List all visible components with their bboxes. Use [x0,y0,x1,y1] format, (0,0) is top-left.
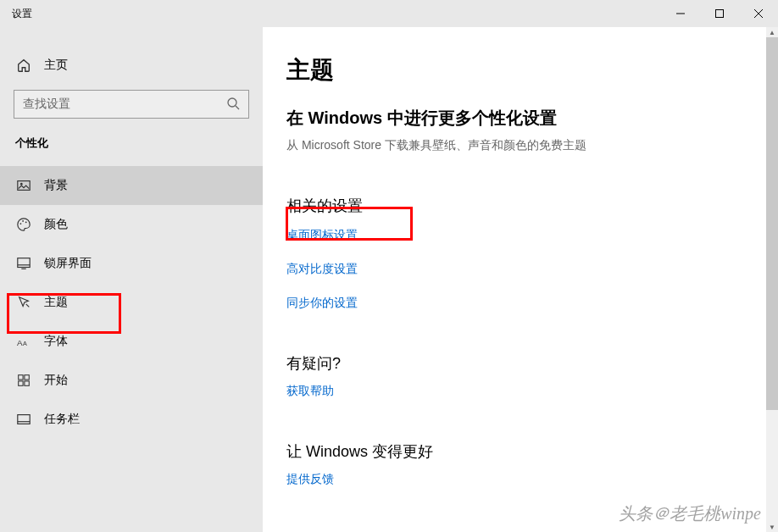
start-icon [15,373,32,388]
search-placeholder: 查找设置 [23,97,226,112]
scrollbar[interactable]: ▲ ▼ [766,27,778,532]
more-settings-title: 在 Windows 中进行更多个性化设置 [286,107,754,130]
search-input[interactable]: 查找设置 [14,90,249,119]
home-label: 主页 [44,58,68,73]
link-give-feedback[interactable]: 提供反馈 [286,472,754,487]
scroll-down-arrow[interactable]: ▼ [766,522,778,532]
sidebar-item-background[interactable]: 背景 [0,166,263,205]
svg-point-10 [25,221,27,223]
sidebar-item-label: 开始 [44,373,68,388]
link-high-contrast-settings[interactable]: 高对比度设置 [286,262,754,277]
home-icon [15,58,32,73]
sidebar: 主页 查找设置 个性化 背景 颜色 锁屏界面 [0,27,263,532]
feedback-label: 让 Windows 变得更好 [286,441,754,462]
svg-text:A: A [23,340,27,347]
svg-point-9 [22,220,24,222]
svg-line-5 [236,106,239,109]
question-label: 有疑问? [286,353,754,374]
background-icon [15,178,32,193]
close-button[interactable] [739,0,778,27]
svg-rect-6 [18,181,30,191]
sidebar-item-label: 任务栏 [44,412,80,427]
svg-rect-20 [18,415,30,424]
window-title: 设置 [12,7,32,21]
sidebar-item-label: 锁屏界面 [44,256,92,271]
related-settings-label: 相关的设置 [286,196,754,216]
page-title: 主题 [286,54,754,86]
svg-rect-18 [19,381,23,385]
svg-point-8 [20,223,22,224]
link-sync-settings[interactable]: 同步你的设置 [286,296,754,311]
sidebar-item-fonts[interactable]: AA 字体 [0,322,263,361]
sidebar-item-colors[interactable]: 颜色 [0,205,263,244]
sidebar-item-themes[interactable]: 主题 [0,283,263,322]
link-get-help[interactable]: 获取帮助 [286,384,754,399]
svg-rect-1 [716,10,724,18]
scroll-up-arrow[interactable]: ▲ [766,27,778,37]
sidebar-item-start[interactable]: 开始 [0,361,263,400]
svg-rect-11 [18,258,30,268]
search-icon [226,97,240,113]
sidebar-item-label: 主题 [44,295,68,310]
fonts-icon: AA [15,334,32,349]
sidebar-item-lockscreen[interactable]: 锁屏界面 [0,244,263,283]
more-settings-subtitle: 从 Microsoft Store 下载兼具壁纸、声音和颜色的免费主题 [286,138,754,153]
maximize-button[interactable] [700,0,739,27]
category-label: 个性化 [0,136,263,166]
themes-icon [15,295,32,310]
link-desktop-icon-settings[interactable]: 桌面图标设置 [286,228,754,243]
svg-point-7 [20,183,23,186]
colors-icon [15,217,32,232]
home-link[interactable]: 主页 [0,49,263,81]
svg-rect-19 [25,381,29,385]
svg-rect-17 [25,375,29,380]
scrollbar-thumb[interactable] [766,37,778,410]
titlebar: 设置 [0,0,778,27]
watermark: 头条＠老毛桃winpe [619,502,761,525]
svg-point-4 [228,98,236,107]
main-content: 主题 在 Windows 中进行更多个性化设置 从 Microsoft Stor… [263,27,778,532]
sidebar-item-label: 字体 [44,334,68,349]
sidebar-item-taskbar[interactable]: 任务栏 [0,400,263,439]
window-controls [661,0,778,27]
sidebar-item-label: 颜色 [44,217,68,232]
minimize-button[interactable] [661,0,700,27]
sidebar-item-label: 背景 [44,178,68,193]
svg-text:A: A [17,338,23,347]
lockscreen-icon [15,256,32,271]
svg-rect-16 [19,375,23,380]
taskbar-icon [15,412,32,427]
